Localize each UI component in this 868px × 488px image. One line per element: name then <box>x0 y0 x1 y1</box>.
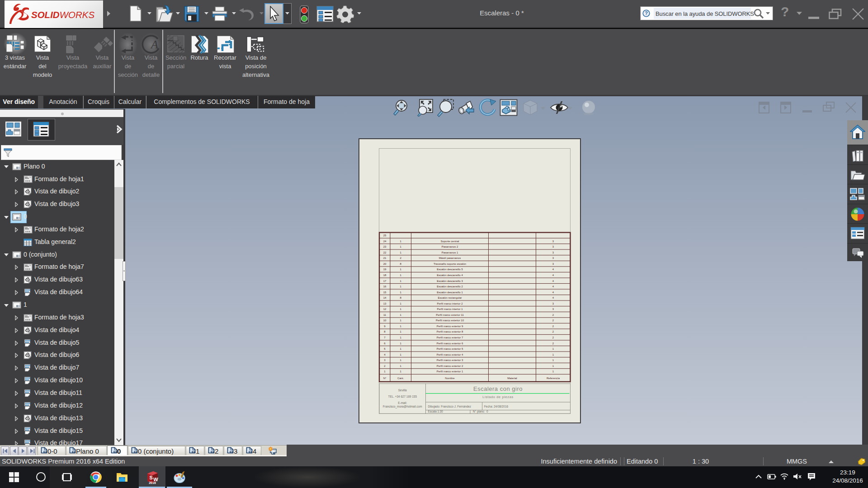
svg-text:21: 21 <box>383 257 387 259</box>
svg-text:Perfil marco exterior 4: Perfil marco exterior 4 <box>437 353 463 356</box>
svg-text:Referencia: Referencia <box>547 377 560 380</box>
svg-text:S: S <box>150 475 153 480</box>
svg-text:16: 16 <box>383 285 387 288</box>
svg-text:24: 24 <box>383 240 387 243</box>
svg-text:19: 19 <box>383 268 387 271</box>
svg-text:N°: N° <box>383 377 387 380</box>
svg-text:TEL. +34 627 169 155: TEL. +34 627 169 155 <box>388 395 417 398</box>
svg-text:Perfil marco exterior 6: Perfil marco exterior 6 <box>437 342 463 345</box>
svg-text:Escalón descansillo 5: Escalón descansillo 5 <box>437 268 463 271</box>
svg-text:Pasamanos 1: Pasamanos 1 <box>442 251 458 254</box>
svg-text:Material: Material <box>507 377 517 380</box>
svg-text:Fecha: 24/08/2016: Fecha: 24/08/2016 <box>484 405 509 408</box>
svg-text:Listado de piezas: Listado de piezas <box>482 395 514 399</box>
svg-text:23: 23 <box>383 245 387 248</box>
svg-text:Escalera con giro: Escalera con giro <box>473 385 523 392</box>
svg-text:Perfil marco exterior 8: Perfil marco exterior 8 <box>437 330 463 333</box>
svg-text:Perfil marco exterior 7: Perfil marco exterior 7 <box>437 336 463 339</box>
svg-text:Perfil marco exterior 1: Perfil marco exterior 1 <box>437 370 463 373</box>
svg-text:Perfil marco exterior 2: Perfil marco exterior 2 <box>437 365 463 367</box>
svg-text:Escalón descansillo 2: Escalón descansillo 2 <box>437 285 463 288</box>
svg-text:Escalón descansillo 1: Escalón descansillo 1 <box>437 291 463 294</box>
svg-text:2016: 2016 <box>149 481 156 484</box>
svg-text:11: 11 <box>383 314 387 316</box>
svg-text:10: 10 <box>383 319 387 322</box>
svg-text:Sevilla: Sevilla <box>398 389 407 392</box>
svg-text:N° plano: 0: N° plano: 0 <box>473 410 488 413</box>
svg-text:Perfil marco exterior 3: Perfil marco exterior 3 <box>437 359 463 361</box>
svg-text:?: ? <box>645 10 648 16</box>
svg-text:22: 22 <box>383 251 387 254</box>
svg-text:Escalón rectangular: Escalón rectangular <box>438 296 462 299</box>
svg-text:17: 17 <box>383 280 387 282</box>
svg-text:Cant.: Cant. <box>397 377 404 380</box>
svg-text:Perfil marco exterior 10: Perfil marco exterior 10 <box>436 319 464 322</box>
svg-text:E-mail:: E-mail: <box>398 401 407 404</box>
svg-text:Nombre: Nombre <box>445 377 455 380</box>
svg-text:12: 12 <box>383 308 387 310</box>
svg-text:Dibujado: Francisco J. Fernánd: Dibujado: Francisco J. Fernández <box>428 405 472 408</box>
svg-text:Escalón descansillo 4: Escalón descansillo 4 <box>437 274 463 277</box>
svg-text:Mástil pasamanos: Mástil pasamanos <box>439 257 461 259</box>
svg-text:Travesaño soporte escalón: Travesaño soporte escalón <box>434 263 466 265</box>
svg-text:20: 20 <box>383 263 387 265</box>
svg-text:Perfil marco exterior 11: Perfil marco exterior 11 <box>436 314 464 316</box>
svg-text:Perfil marco interior 2: Perfil marco interior 2 <box>437 302 463 305</box>
svg-text:Pasamanos 2: Pasamanos 2 <box>442 245 458 248</box>
svg-text:A: A <box>150 38 158 51</box>
svg-text:18: 18 <box>383 274 387 277</box>
svg-text:Soporte central: Soporte central <box>441 240 459 243</box>
svg-text:Francisco_mora@hotmail.com: Francisco_mora@hotmail.com <box>383 405 422 408</box>
svg-text:13: 13 <box>383 302 387 305</box>
svg-text:Perfil marco exterior 5: Perfil marco exterior 5 <box>437 347 463 350</box>
svg-text:Perfil marco interior 1: Perfil marco interior 1 <box>437 308 463 310</box>
svg-text:14: 14 <box>383 296 387 299</box>
svg-text:Escalón descansillo 3: Escalón descansillo 3 <box>437 280 463 282</box>
svg-text:Escala 1:30: Escala 1:30 <box>428 410 443 413</box>
svg-text:25: 25 <box>383 234 387 237</box>
svg-text:15: 15 <box>383 291 387 294</box>
svg-text:Perfil marco exterior 9: Perfil marco exterior 9 <box>437 325 463 328</box>
